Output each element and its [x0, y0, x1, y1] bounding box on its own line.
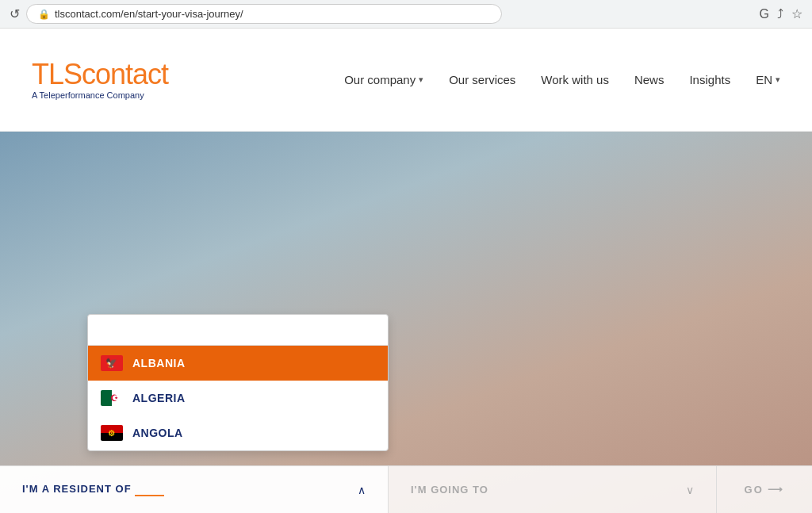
- dropdown-item-algeria[interactable]: ALGERIA: [88, 381, 388, 415]
- logo-tls-text: TLS: [32, 58, 82, 90]
- logo-area[interactable]: TLScontact A Teleperformance Company: [32, 60, 168, 100]
- country-name-albania: ALBANIA: [132, 357, 186, 369]
- logo-tagline: A Teleperformance Company: [32, 90, 168, 100]
- site-header: TLScontact A Teleperformance Company Our…: [0, 29, 812, 132]
- main-nav: Our company ▾ Our services Work with us …: [344, 73, 780, 86]
- hero-section: START YOUR ALBANIA ALGERIA ANGOLA: [0, 132, 812, 513]
- flag-angola: [101, 425, 123, 441]
- country-name-algeria: ALGERIA: [132, 392, 186, 404]
- flag-albania: [101, 355, 123, 371]
- going-section[interactable]: I'M GOING TO ∨: [389, 466, 717, 513]
- chevron-down-icon: ▾: [419, 75, 423, 85]
- country-name-angola: ANGOLA: [132, 427, 183, 439]
- bottom-bar: I'M A RESIDENT OF ∧ I'M GOING TO ∨ GO ⟶: [0, 465, 812, 513]
- browser-icons: G ⤴ ☆: [760, 6, 802, 21]
- dropdown-item-albania[interactable]: ALBANIA: [88, 346, 388, 381]
- go-label: GO ⟶: [745, 484, 785, 496]
- logo-contact-text: contact: [82, 58, 168, 90]
- chevron-down-icon: ▾: [776, 75, 780, 85]
- lock-icon: 🔒: [38, 9, 50, 20]
- star-icon[interactable]: ☆: [791, 6, 802, 21]
- dropdown-item-angola[interactable]: ANGOLA: [88, 415, 388, 450]
- chevron-down-icon: ∨: [686, 484, 694, 496]
- country-search-input[interactable]: [98, 323, 378, 336]
- go-button[interactable]: GO ⟶: [717, 466, 812, 513]
- dropdown-search-area[interactable]: [88, 315, 388, 346]
- country-dropdown[interactable]: ALBANIA ALGERIA ANGOLA: [87, 314, 389, 451]
- going-label: I'M GOING TO: [411, 484, 521, 496]
- bookmark-icon[interactable]: ⤴: [777, 7, 783, 21]
- chevron-up-icon: ∧: [358, 484, 366, 496]
- resident-label: I'M A RESIDENT OF: [22, 483, 164, 496]
- nav-our-services[interactable]: Our services: [449, 73, 515, 86]
- nav-language[interactable]: EN ▾: [756, 73, 780, 86]
- nav-our-company[interactable]: Our company ▾: [344, 73, 423, 86]
- resident-section[interactable]: I'M A RESIDENT OF ∧: [0, 466, 389, 513]
- google-icon[interactable]: G: [760, 7, 769, 21]
- nav-news[interactable]: News: [634, 73, 665, 86]
- arrow-right-icon: ⟶: [768, 484, 784, 496]
- browser-bar: ↺ 🔒 tlscontact.com/en/start-your-visa-jo…: [0, 0, 812, 29]
- nav-work-with-us[interactable]: Work with us: [541, 73, 609, 86]
- url-bar[interactable]: 🔒 tlscontact.com/en/start-your-visa-jour…: [26, 4, 502, 24]
- reload-button[interactable]: ↺: [10, 6, 20, 21]
- logo: TLScontact: [32, 60, 168, 89]
- nav-insights[interactable]: Insights: [689, 73, 730, 86]
- url-text: tlscontact.com/en/start-your-visa-journe…: [55, 8, 243, 20]
- dropdown-list: ALBANIA ALGERIA ANGOLA: [88, 346, 388, 450]
- flag-algeria: [101, 390, 123, 406]
